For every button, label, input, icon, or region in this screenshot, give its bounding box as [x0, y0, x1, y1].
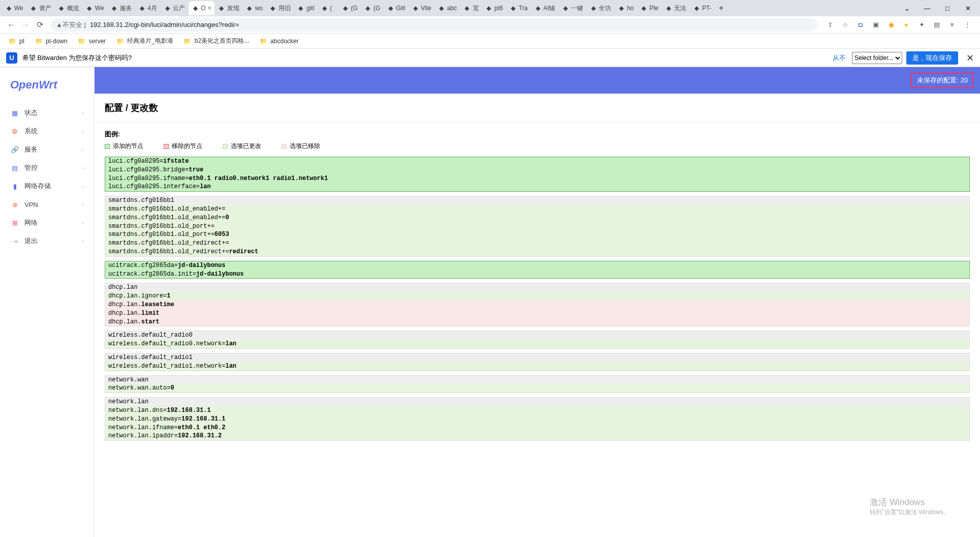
- ext-icon-3[interactable]: ●: [902, 20, 911, 29]
- browser-tab[interactable]: ◆一键: [559, 1, 586, 15]
- browser-tab[interactable]: ◆4月: [136, 1, 161, 15]
- browser-tab[interactable]: ◆Ple: [637, 1, 661, 15]
- browser-tab[interactable]: ◆gitl: [294, 1, 317, 15]
- back-button[interactable]: ←: [4, 20, 18, 29]
- insecure-icon: ▲ 不安全 |: [56, 20, 86, 29]
- uci-change-block: ucitrack.cfg2865da=jd-dailybonusucitrack…: [105, 261, 970, 279]
- browser-tab[interactable]: ◆AI辅: [531, 1, 558, 15]
- sd-icon: ▮: [10, 182, 19, 191]
- uci-change-block: network.lannetwork.lan.dns=192.168.31.1n…: [105, 397, 970, 441]
- star-icon[interactable]: ☆: [841, 20, 850, 29]
- favicon-icon: ◆: [510, 5, 517, 12]
- browser-tab[interactable]: ◆abc: [435, 1, 460, 15]
- bookmark-item[interactable]: 📁server: [74, 36, 110, 47]
- browser-tab[interactable]: ◆资产: [27, 1, 54, 15]
- browser-tab[interactable]: ◆PT-: [690, 1, 715, 15]
- browser-tab[interactable]: ◆(G: [361, 1, 383, 15]
- browser-tab[interactable]: ◆We: [2, 1, 26, 15]
- uci-change-line: luci.cfg0a0295.ifname=eth0.1 radio0.netw…: [105, 174, 969, 183]
- favicon-icon: ◆: [485, 5, 493, 12]
- legend: 图例: 添加的节点 移除的节点 选项已更改 选项已移除: [95, 123, 980, 153]
- unsaved-changes-badge[interactable]: 未保存的配置: 20: [911, 73, 974, 88]
- browser-tab[interactable]: ◆用旧: [266, 1, 294, 15]
- favicon-icon: ◆: [342, 5, 349, 12]
- sidebar-item-label: 退出: [24, 236, 38, 246]
- list-icon: ▤: [10, 163, 19, 172]
- bookmark-item[interactable]: 📁b2美化之首页四格...: [179, 35, 253, 47]
- favicon-icon: ◆: [30, 5, 37, 12]
- browser-tab[interactable]: ◆概览: [55, 1, 82, 15]
- new-tab-button[interactable]: +: [715, 4, 727, 13]
- ext-icon-2[interactable]: ◉: [886, 20, 896, 29]
- reading-list-icon[interactable]: ▤: [932, 20, 941, 29]
- sidebar-item-gear[interactable]: ⚙系统›: [0, 122, 94, 140]
- browser-tab[interactable]: ◆宽: [461, 1, 482, 15]
- bookmark-item[interactable]: 📁pt: [4, 36, 28, 47]
- browser-tab[interactable]: ◆pt6: [482, 1, 506, 15]
- extensions-icon[interactable]: ✦: [917, 20, 926, 29]
- bitwarden-ext-icon[interactable]: ◘: [856, 20, 865, 29]
- bookmarks-bar: 📁pt📁pt-down📁server📁经典港片_电影港📁b2美化之首页四格...…: [0, 34, 980, 49]
- ext-icon-1[interactable]: ▣: [871, 20, 880, 29]
- menu-icon[interactable]: ⋮: [963, 20, 972, 29]
- chevron-right-icon: ›: [82, 110, 84, 116]
- window-caret-icon[interactable]: ⌄: [897, 5, 917, 12]
- bitwarden-save-button[interactable]: 是，现在保存: [906, 51, 958, 65]
- browser-tab[interactable]: ◆(G: [339, 1, 360, 15]
- bitwarden-close-button[interactable]: ✕: [966, 52, 974, 64]
- favicon-icon: ◆: [534, 5, 541, 12]
- favicon-icon: ◆: [412, 5, 419, 12]
- sidebar-item-dashboard[interactable]: ▦状态›: [0, 104, 94, 122]
- bookmark-item[interactable]: 📁经典港片_电影港: [112, 35, 177, 47]
- bitwarden-folder-select[interactable]: Select folder...: [852, 52, 902, 64]
- sidebar-item-vpn[interactable]: ⊕VPN›: [0, 195, 94, 214]
- sidebar-item-label: 管控: [24, 163, 38, 172]
- profile-icon[interactable]: ≡: [947, 20, 957, 29]
- forward-button[interactable]: →: [18, 20, 33, 29]
- browser-tab[interactable]: ◆ho: [615, 1, 636, 15]
- browser-tab[interactable]: ◆Tra: [507, 1, 531, 15]
- sidebar-item-sd[interactable]: ▮网络存储›: [0, 177, 94, 195]
- browser-tab[interactable]: ◆Vite: [409, 1, 434, 15]
- browser-tab[interactable]: ◆Gitl: [384, 1, 408, 15]
- bookmark-item[interactable]: 📁abcdocker: [255, 36, 302, 47]
- uci-change-line: network.wan.auto=0: [105, 384, 969, 393]
- favicon-icon: ◆: [464, 5, 471, 12]
- window-minimize-button[interactable]: —: [917, 5, 937, 12]
- browser-tab[interactable]: ◆无法: [662, 1, 689, 15]
- uci-change-block: network.wannetwork.wan.auto=0: [105, 375, 970, 394]
- browser-tab[interactable]: ◆(: [318, 1, 338, 15]
- app-logo[interactable]: OpenWrt: [0, 73, 94, 104]
- bookmark-item[interactable]: 📁pt-down: [30, 36, 72, 47]
- window-close-button[interactable]: ✕: [958, 5, 978, 12]
- sidebar-item-list[interactable]: ▤管控›: [0, 159, 94, 177]
- browser-tab[interactable]: ◆服务: [108, 1, 135, 15]
- favicon-icon: ◆: [665, 5, 672, 12]
- sidebar-item-label: 状态: [24, 108, 38, 117]
- browser-tab[interactable]: ◆We: [83, 1, 107, 15]
- dashboard-icon: ▦: [10, 108, 19, 117]
- uci-change-line: wireless.default_radio0: [105, 331, 969, 340]
- sidebar-item-logout[interactable]: ⇥退出›: [0, 232, 94, 250]
- sidebar-item-share[interactable]: 🔗服务›: [0, 140, 94, 159]
- uci-change-block: wireless.default_radio1wireless.default_…: [105, 353, 970, 371]
- uci-change-block: wireless.default_radio0wireless.default_…: [105, 331, 970, 349]
- uci-change-line: dhcp.lan.limit: [105, 309, 969, 318]
- sidebar-item-network[interactable]: ⊞网络›: [0, 214, 94, 232]
- uci-change-line: smartdns.cfg016bb1.old_port+=: [105, 222, 969, 231]
- tab-close-icon[interactable]: ×: [208, 5, 211, 12]
- share-icon[interactable]: ⇧: [825, 20, 835, 29]
- browser-tab[interactable]: ◆wo: [243, 1, 266, 15]
- sidebar-item-label: VPN: [24, 201, 38, 208]
- address-input[interactable]: ▲ 不安全 | 192.168.31.2/cgi-bin/luci/admin/…: [51, 18, 817, 32]
- uci-change-block: dhcp.landhcp.lan.ignore=1dhcp.lan.leaset…: [105, 283, 970, 326]
- share-icon: 🔗: [10, 145, 19, 154]
- browser-tab[interactable]: ◆发现: [215, 1, 242, 15]
- sidebar-item-label: 系统: [24, 127, 38, 136]
- browser-tab[interactable]: ◆O×: [189, 1, 214, 15]
- window-maximize-button[interactable]: □: [937, 5, 958, 12]
- browser-tab[interactable]: ◆全功: [587, 1, 614, 15]
- browser-tab[interactable]: ◆云产: [161, 1, 188, 15]
- reload-button[interactable]: ⟳: [33, 20, 47, 29]
- bitwarden-never-link[interactable]: 从不: [833, 53, 846, 63]
